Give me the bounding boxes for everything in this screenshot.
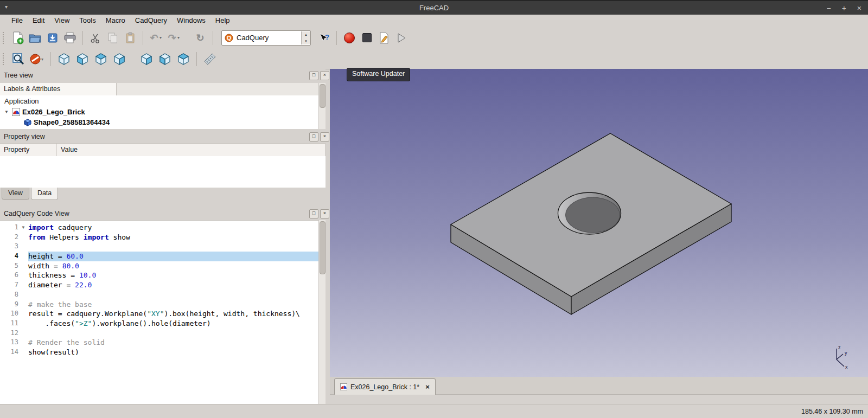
code-line[interactable]: 4height = 60.0 [0,252,319,261]
menu-item-edit[interactable]: Edit [28,15,49,25]
value-column-label[interactable]: Value [57,144,326,157]
tree-item-document[interactable]: ▼ Ex026_Lego_Brick [0,107,319,117]
view-left-button[interactable] [174,51,193,67]
tree-root-application[interactable]: Application [0,95,319,107]
code-view-panel-header[interactable]: CadQuery Code View □ × [0,207,331,220]
view-bottom-button[interactable] [156,51,174,67]
fold-marker-icon[interactable]: ▼ [18,223,28,233]
open-document-button[interactable] [27,29,44,47]
close-button[interactable]: × [857,4,861,12]
document-tab[interactable]: Ex026_Lego_Brick : 1* × [334,378,436,395]
code-line[interactable]: 8 [0,290,319,300]
refresh-button[interactable]: ↻ [192,29,209,47]
property-column-label[interactable]: Property [0,144,57,157]
close-panel-icon[interactable]: × [320,209,329,218]
menu-item-file[interactable]: File [7,15,28,25]
fold-column [18,338,28,348]
code-line[interactable]: 11 .faces(">Z").workplane().hole(diamete… [0,319,319,329]
view-right-button[interactable] [110,51,129,67]
whats-this-button[interactable]: ? [315,29,333,47]
hole-opening[interactable] [566,197,620,233]
toolbar-handle[interactable] [3,53,6,65]
code-line[interactable]: 9# make the base [0,300,319,310]
spin-down-icon[interactable]: ▼ [302,38,310,44]
tree-view-panel-header[interactable]: Tree view □ × [0,69,331,82]
lego-brick-model[interactable] [330,69,868,377]
close-panel-icon[interactable]: × [320,71,329,80]
expander-icon[interactable]: ▼ [4,110,12,114]
labels-attributes-header[interactable]: Labels & Attributes [0,83,117,95]
float-panel-icon[interactable]: □ [309,209,318,218]
menu-item-help[interactable]: Help [210,15,235,25]
fold-column [18,271,28,280]
redo-dropdown-arrow[interactable]: ▾ [177,35,183,40]
minimize-button[interactable]: − [826,4,831,12]
property-column-header[interactable]: Property Value [0,143,326,157]
float-panel-icon[interactable]: □ [309,132,318,142]
menu-item-view[interactable]: View [49,15,74,25]
draw-style-button[interactable] [28,51,43,67]
menu-item-macro[interactable]: Macro [101,15,130,25]
code-line[interactable]: 6thickness = 10.0 [0,271,319,280]
cut-button[interactable] [87,29,104,47]
code-line[interactable]: 13# Render the solid [0,338,319,348]
code-line[interactable]: 5width = 80.0 [0,261,319,271]
measure-ruler-icon [203,53,216,66]
macro-stop-button[interactable] [358,29,375,47]
copy-button[interactable] [104,29,122,47]
line-number: 1 [0,223,18,233]
toolbar-handle[interactable] [3,32,6,44]
view-front-button[interactable] [73,51,92,67]
close-panel-icon[interactable]: × [320,132,329,142]
code-line[interactable]: 3 [0,242,319,252]
macro-record-button[interactable] [341,29,358,47]
code-text: height = 60.0 [28,252,319,261]
code-line[interactable]: 12 [0,329,319,338]
line-number: 9 [0,300,18,310]
tab-data[interactable]: Data [31,188,58,200]
tree-scrollbar-thumb[interactable] [320,84,326,108]
3d-viewport[interactable]: z y x [330,69,868,377]
view-top-button[interactable] [92,51,110,67]
property-table-empty[interactable] [0,156,326,188]
new-document-button[interactable] [9,29,27,47]
code-line[interactable]: 14show(result) [0,348,319,357]
macro-edit-button[interactable] [375,29,393,47]
code-scrollbar[interactable] [318,220,326,404]
undo-icon: ↶ [150,32,158,44]
tab-close-icon[interactable]: × [425,383,430,391]
fit-all-button[interactable] [9,51,28,67]
property-view-panel-header[interactable]: Property view □ × [0,130,331,143]
macro-execute-button[interactable] [393,29,410,47]
document-icon [12,108,20,116]
measure-button[interactable] [201,51,219,67]
paste-button[interactable] [122,29,139,47]
code-text: # Render the solid [28,338,319,348]
print-button[interactable] [61,29,79,47]
workbench-selector[interactable]: Q CadQuery ▲ ▼ [221,30,311,46]
view-axonometric-button[interactable] [55,51,73,67]
code-line[interactable]: 1▼import cadquery [0,223,319,233]
maximize-button[interactable]: + [842,4,846,12]
save-document-button[interactable] [44,29,61,47]
tree-scrollbar[interactable] [318,83,326,129]
draw-style-dropdown-arrow[interactable]: ▾ [41,57,47,62]
tab-view[interactable]: View [2,188,29,200]
float-panel-icon[interactable]: □ [309,71,318,80]
code-scrollbar-thumb[interactable] [320,221,326,274]
code-line[interactable]: 2from Helpers import show [0,233,319,242]
tree-item-shape[interactable]: Shape0_258581364434 [0,117,319,127]
workbench-selected-label: CadQuery [237,34,298,42]
code-editor[interactable]: 1▼import cadquery2from Helpers import sh… [0,220,319,407]
spin-up-icon[interactable]: ▲ [302,31,310,38]
workbench-spinner[interactable]: ▲ ▼ [301,31,310,44]
undo-dropdown-arrow[interactable]: ▾ [159,35,165,40]
menu-item-windows[interactable]: Windows [172,15,210,25]
view-rear-button[interactable] [137,51,156,67]
fold-column [18,242,28,252]
code-line[interactable]: 10result = cadquery.Workplane("XY").box(… [0,309,319,319]
menu-item-tools[interactable]: Tools [74,15,100,25]
tree-column-header[interactable]: Labels & Attributes [0,83,319,96]
code-line[interactable]: 7diameter = 22.0 [0,280,319,290]
menu-item-cadquery[interactable]: CadQuery [130,15,172,25]
